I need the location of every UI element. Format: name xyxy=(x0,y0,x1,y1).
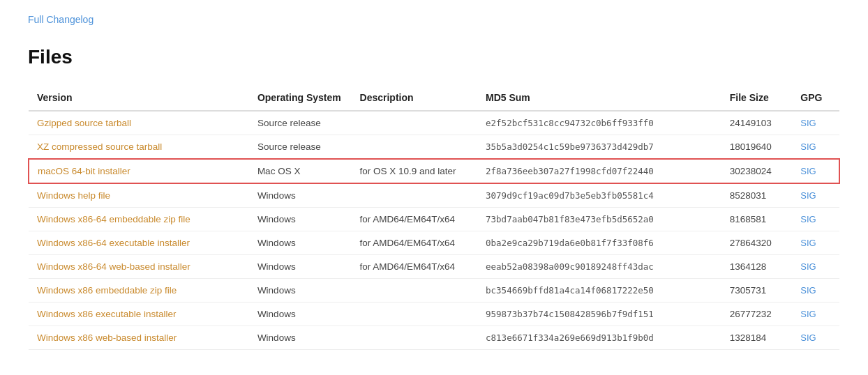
file-os: Source release xyxy=(249,111,352,135)
file-description xyxy=(352,326,478,350)
file-os: Windows xyxy=(249,183,352,208)
table-row: Windows x86 executable installerWindows9… xyxy=(29,303,839,326)
file-md5: 3079d9cf19ac09d7b3e5eb3fb05581c4 xyxy=(477,183,721,208)
file-md5: 73bd7aab047b81f83e473efb5d5652a0 xyxy=(477,208,721,231)
file-gpg[interactable]: SIG xyxy=(792,255,839,279)
file-os: Windows xyxy=(249,279,352,303)
file-version-link[interactable]: Windows x86 web-based installer xyxy=(37,332,177,343)
file-version-link[interactable]: Windows x86 executable installer xyxy=(37,309,177,319)
file-gpg[interactable]: SIG xyxy=(792,111,839,135)
file-description: for OS X 10.9 and later xyxy=(352,159,478,183)
changelog-link[interactable]: Full Changelog xyxy=(28,14,93,25)
sig-link[interactable]: SIG xyxy=(800,141,816,152)
file-gpg[interactable]: SIG xyxy=(792,208,839,231)
file-description: for AMD64/EM64T/x64 xyxy=(352,208,478,231)
file-os: Mac OS X xyxy=(249,159,352,183)
file-md5: e2f52bcf531c8cc94732c0b6ff933ff0 xyxy=(477,111,721,135)
file-md5: 959873b37b74c1508428596b7f9df151 xyxy=(477,303,721,326)
file-size: 1364128 xyxy=(721,255,793,279)
file-version-link[interactable]: Windows x86-64 web-based installer xyxy=(37,261,190,272)
file-size: 1328184 xyxy=(721,326,793,350)
file-md5: 2f8a736eeb307a27f1998cfd07f22440 xyxy=(477,159,721,183)
file-description xyxy=(352,135,478,160)
file-os: Windows xyxy=(249,255,352,279)
sig-link[interactable]: SIG xyxy=(800,309,816,319)
col-header-version: Version xyxy=(29,85,249,111)
file-size: 18019640 xyxy=(721,135,793,160)
file-version-link[interactable]: XZ compressed source tarball xyxy=(37,141,162,152)
file-gpg[interactable]: SIG xyxy=(792,303,839,326)
file-os: Windows xyxy=(249,326,352,350)
sig-link[interactable]: SIG xyxy=(800,166,816,176)
file-description xyxy=(352,303,478,326)
file-md5: 35b5a3d0254c1c59be9736373d429db7 xyxy=(477,135,721,160)
file-version-link[interactable]: Windows x86-64 executable installer xyxy=(37,238,190,248)
file-version-link[interactable]: macOS 64-bit installer xyxy=(38,166,130,176)
file-gpg[interactable]: SIG xyxy=(792,159,839,183)
file-size: 26777232 xyxy=(721,303,793,326)
file-md5: 0ba2e9ca29b719da6e0b81f7f33f08f6 xyxy=(477,231,721,255)
file-size: 24149103 xyxy=(721,111,793,135)
table-row: Windows x86-64 web-based installerWindow… xyxy=(29,255,839,279)
file-os: Windows xyxy=(249,303,352,326)
file-gpg[interactable]: SIG xyxy=(792,183,839,208)
file-os: Windows xyxy=(249,231,352,255)
table-row: XZ compressed source tarballSource relea… xyxy=(29,135,839,160)
file-description xyxy=(352,111,478,135)
file-gpg[interactable]: SIG xyxy=(792,326,839,350)
col-header-os: Operating System xyxy=(249,85,352,111)
sig-link[interactable]: SIG xyxy=(800,332,816,343)
file-size: 30238024 xyxy=(721,159,793,183)
file-version-link[interactable]: Windows x86 embeddable zip file xyxy=(37,285,177,296)
table-row: Windows x86-64 embeddable zip fileWindow… xyxy=(29,208,839,231)
file-version-link[interactable]: Windows help file xyxy=(37,190,110,201)
table-row: Gzipped source tarballSource releasee2f5… xyxy=(29,111,839,135)
files-table: Version Operating System Description MD5… xyxy=(28,85,840,350)
file-description: for AMD64/EM64T/x64 xyxy=(352,231,478,255)
table-row: Windows x86 web-based installerWindowsc8… xyxy=(29,326,839,350)
table-row: Windows x86 embeddable zip fileWindowsbc… xyxy=(29,279,839,303)
file-gpg[interactable]: SIG xyxy=(792,279,839,303)
sig-link[interactable]: SIG xyxy=(800,285,816,296)
file-size: 8528031 xyxy=(721,183,793,208)
file-size: 27864320 xyxy=(721,231,793,255)
sig-link[interactable]: SIG xyxy=(800,238,816,248)
file-description: for AMD64/EM64T/x64 xyxy=(352,255,478,279)
table-row: Windows x86-64 executable installerWindo… xyxy=(29,231,839,255)
file-os: Windows xyxy=(249,208,352,231)
sig-link[interactable]: SIG xyxy=(800,118,816,128)
file-gpg[interactable]: SIG xyxy=(792,231,839,255)
col-header-size: File Size xyxy=(721,85,793,111)
col-header-description: Description xyxy=(352,85,478,111)
col-header-gpg: GPG xyxy=(792,85,839,111)
file-os: Source release xyxy=(249,135,352,160)
file-description xyxy=(352,279,478,303)
sig-link[interactable]: SIG xyxy=(800,190,816,201)
sig-link[interactable]: SIG xyxy=(800,214,816,224)
file-version-link[interactable]: Gzipped source tarball xyxy=(37,118,131,128)
file-md5: c813e6671f334a269e669d913b1f9b0d xyxy=(477,326,721,350)
file-description xyxy=(352,183,478,208)
table-row: macOS 64-bit installerMac OS Xfor OS X 1… xyxy=(29,159,839,183)
file-size: 8168581 xyxy=(721,208,793,231)
page-title: Files xyxy=(28,46,840,68)
file-gpg[interactable]: SIG xyxy=(792,135,839,160)
sig-link[interactable]: SIG xyxy=(800,261,816,272)
file-version-link[interactable]: Windows x86-64 embeddable zip file xyxy=(37,214,190,224)
file-size: 7305731 xyxy=(721,279,793,303)
table-row: Windows help fileWindows3079d9cf19ac09d7… xyxy=(29,183,839,208)
col-header-md5: MD5 Sum xyxy=(477,85,721,111)
table-header-row: Version Operating System Description MD5… xyxy=(29,85,839,111)
file-md5: eeab52a08398a009c90189248ff43dac xyxy=(477,255,721,279)
file-md5: bc354669bffd81a4ca14f06817222e50 xyxy=(477,279,721,303)
